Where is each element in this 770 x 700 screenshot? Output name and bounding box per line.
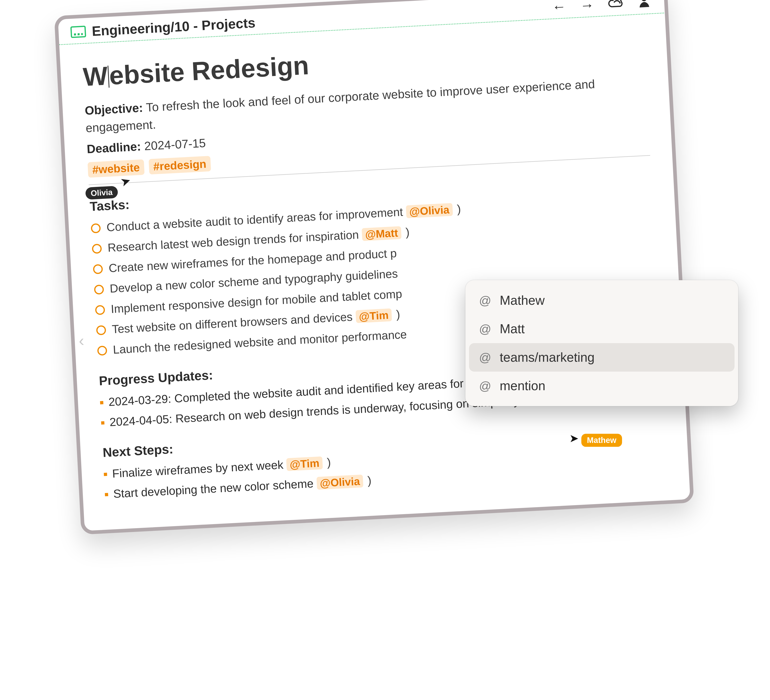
checkbox-icon[interactable] <box>95 305 105 315</box>
at-icon: @ <box>479 294 491 307</box>
tag-chip[interactable]: #redesign <box>149 156 211 175</box>
mention-option-label: Matt <box>500 322 524 336</box>
deadline-value: 2024-07-15 <box>144 136 206 153</box>
mouse-cursor-icon: ➤ <box>569 432 579 445</box>
document-body[interactable]: Website Redesign Objective: To refresh t… <box>59 13 691 531</box>
step-text: Finalize wireframes by next week <box>112 458 283 480</box>
at-icon: @ <box>479 322 491 336</box>
bullet-icon <box>101 421 105 425</box>
paren: ) <box>393 307 400 321</box>
checkbox-icon[interactable] <box>91 223 101 233</box>
mention-chip[interactable]: @Olivia <box>406 203 453 218</box>
mention-option-selected[interactable]: @ teams/marketing <box>469 343 734 372</box>
mention-chip[interactable]: @Olivia <box>316 475 364 490</box>
mention-chip[interactable]: @Matt <box>362 226 402 241</box>
mention-option-label: teams/marketing <box>500 350 595 365</box>
presence-badge: Mathew <box>581 434 622 447</box>
bullet-icon <box>105 493 108 496</box>
bullet-icon <box>100 401 104 404</box>
paren: ) <box>402 225 410 239</box>
mention-option[interactable]: @ Mathew <box>469 286 734 315</box>
bullet-icon <box>104 473 107 476</box>
checkbox-icon[interactable] <box>93 264 103 274</box>
checkbox-icon[interactable] <box>96 325 106 335</box>
title-pre: W <box>82 61 108 92</box>
presence-badge: Olivia <box>85 186 118 200</box>
mention-chip[interactable]: @Tim <box>355 309 392 323</box>
at-icon: @ <box>479 379 491 393</box>
account-icon[interactable] <box>638 0 650 10</box>
app-logo-icon <box>70 26 86 38</box>
mention-chip[interactable]: @Tim <box>286 456 323 471</box>
checkbox-icon[interactable] <box>97 346 107 356</box>
paren: ) <box>364 474 372 487</box>
checkbox-icon[interactable] <box>94 285 104 294</box>
paren: ) <box>324 456 331 469</box>
mention-popup[interactable]: @ Mathew @ Matt @ teams/marketing @ ment… <box>466 280 738 406</box>
checkbox-icon[interactable] <box>92 244 102 254</box>
mention-option-label: Mathew <box>500 293 545 308</box>
nav-back-icon[interactable]: ← <box>552 0 566 14</box>
sync-cloud-icon[interactable] <box>608 0 624 11</box>
tag-chip[interactable]: #website <box>87 159 144 178</box>
mention-option-label: mention <box>500 378 545 393</box>
svg-point-0 <box>641 0 647 1</box>
deadline-label: Deadline: <box>86 139 141 156</box>
collapse-sidebar-icon[interactable]: ‹ <box>78 331 85 350</box>
mention-option[interactable]: @ Matt <box>469 315 734 343</box>
at-icon: @ <box>479 351 491 364</box>
document-card: Engineering/10 - Projects ← → <box>54 0 694 535</box>
nav-forward-icon[interactable]: → <box>580 0 595 13</box>
title-post: ebsite Redesign <box>108 50 310 90</box>
breadcrumb-text: Engineering/10 - Projects <box>91 15 256 39</box>
paren: ) <box>453 202 461 215</box>
mention-option[interactable]: @ mention ➤ Mathew <box>469 372 734 400</box>
objective-label: Objective: <box>84 101 143 118</box>
